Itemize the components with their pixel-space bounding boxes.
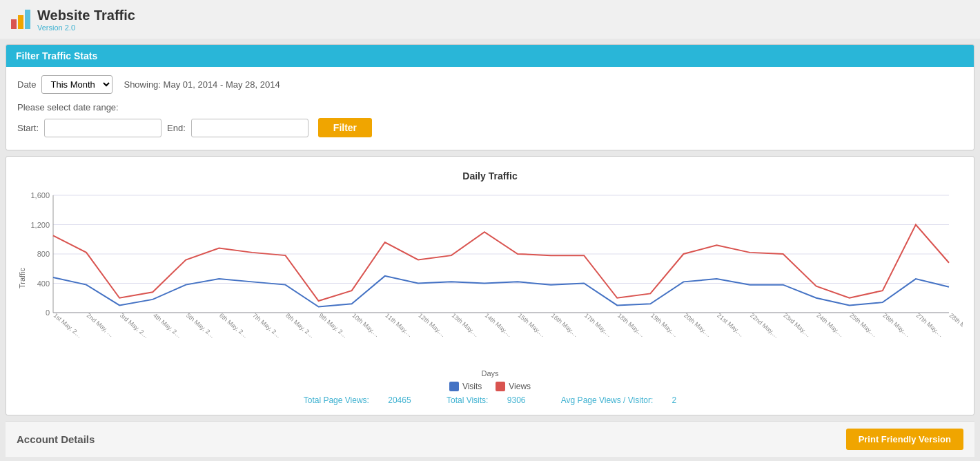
legend-visits-dot — [449, 382, 459, 391]
legend-views-dot — [496, 382, 505, 391]
app-title: Website Traffic — [37, 7, 135, 23]
avg-page-views-stat: Avg Page Views / Visitor: 2 — [553, 395, 685, 405]
filter-row2: Start: End: Filter — [17, 118, 963, 137]
svg-text:11th May,…: 11th May,… — [384, 312, 413, 338]
account-details-label: Account Details — [17, 433, 95, 445]
end-label: End: — [167, 123, 186, 133]
svg-text:4th May, 2…: 4th May, 2… — [152, 312, 183, 340]
svg-text:18th May,…: 18th May,… — [616, 312, 646, 338]
app-version: Version 2.0 — [37, 23, 135, 32]
total-visits-stat: Total Visits: 9306 — [438, 395, 536, 405]
svg-text:1st May, 2…: 1st May, 2… — [52, 312, 84, 340]
chart-legend: Visits Views — [17, 382, 963, 391]
svg-text:16th May,…: 16th May,… — [550, 312, 580, 338]
svg-text:15th May,…: 15th May,… — [517, 312, 547, 338]
svg-text:5th May, 2…: 5th May, 2… — [185, 312, 216, 340]
svg-text:14th May,…: 14th May,… — [484, 312, 513, 338]
app-header: Website Traffic Version 2.0 — [0, 0, 980, 39]
svg-rect-2 — [25, 10, 30, 29]
svg-text:800: 800 — [37, 250, 50, 258]
svg-text:13th May,…: 13th May,… — [451, 312, 480, 338]
filter-row1: Date This Month Last Month This Year Cus… — [17, 75, 963, 94]
svg-text:22nd May,…: 22nd May,… — [749, 312, 780, 340]
app-logo-icon — [11, 10, 30, 29]
filter-section: Filter Traffic Stats Date This Month Las… — [6, 44, 974, 150]
svg-text:17th May,…: 17th May,… — [583, 312, 613, 338]
svg-text:400: 400 — [37, 279, 50, 288]
date-select[interactable]: This Month Last Month This Year Custom — [41, 75, 112, 94]
svg-text:12th May,…: 12th May,… — [418, 312, 447, 338]
svg-text:8th May, 2…: 8th May, 2… — [284, 312, 315, 340]
print-button[interactable]: Print Friendly Version — [846, 429, 963, 450]
svg-rect-1 — [18, 15, 23, 29]
svg-rect-0 — [11, 19, 17, 29]
date-label: Date — [17, 79, 36, 90]
legend-views-label: Views — [509, 382, 531, 391]
filter-header: Filter Traffic Stats — [6, 45, 974, 67]
chart-stats: Total Page Views: 20465 Total Visits: 93… — [17, 395, 963, 405]
svg-text:3rd May, 2…: 3rd May, 2… — [119, 312, 150, 340]
svg-text:25th May,…: 25th May,… — [848, 312, 878, 338]
svg-text:6th May, 2…: 6th May, 2… — [218, 312, 249, 340]
start-label: Start: — [17, 123, 39, 133]
svg-text:21st May,…: 21st May,… — [716, 312, 745, 338]
svg-text:27th May,…: 27th May,… — [915, 312, 945, 338]
chart-container: Traffic 04008001,2001,6001st May, 2…2nd … — [17, 188, 963, 368]
date-range-label: Please select date range: — [17, 102, 963, 112]
svg-text:23rd May,…: 23rd May,… — [782, 312, 812, 339]
svg-text:7th May, 2…: 7th May, 2… — [251, 312, 282, 340]
svg-text:2nd May, …: 2nd May, … — [86, 312, 115, 338]
svg-text:20th May,…: 20th May,… — [683, 312, 712, 338]
total-page-views-stat: Total Page Views: 20465 — [295, 395, 422, 405]
chart-svg: 04008001,2001,6001st May, 2…2nd May, …3r… — [17, 188, 963, 368]
app-title-group: Website Traffic Version 2.0 — [37, 7, 135, 32]
legend-views: Views — [496, 382, 531, 391]
svg-text:1,200: 1,200 — [30, 221, 50, 229]
svg-text:9th May, 2…: 9th May, 2… — [317, 312, 349, 340]
x-axis-label: Days — [17, 369, 963, 377]
footer-bar: Account Details Print Friendly Version — [6, 421, 974, 457]
legend-visits: Visits — [449, 382, 482, 391]
svg-text:26th May,…: 26th May,… — [882, 312, 912, 338]
svg-text:24th May,…: 24th May,… — [815, 312, 845, 338]
filter-button[interactable]: Filter — [318, 118, 372, 137]
end-input[interactable] — [191, 119, 308, 137]
chart-section: Daily Traffic Traffic 04008001,2001,6001… — [6, 156, 974, 415]
start-input[interactable] — [44, 119, 161, 137]
showing-text: Showing: May 01, 2014 - May 28, 2014 — [124, 79, 280, 90]
filter-body: Date This Month Last Month This Year Cus… — [6, 67, 974, 150]
legend-visits-label: Visits — [462, 382, 482, 391]
y-axis-label: Traffic — [18, 268, 26, 288]
chart-title: Daily Traffic — [17, 170, 963, 182]
svg-text:10th May,…: 10th May,… — [351, 312, 380, 338]
svg-text:1,600: 1,600 — [30, 191, 50, 199]
svg-text:28th May,…: 28th May,… — [948, 312, 963, 338]
svg-text:19th May,…: 19th May,… — [649, 312, 679, 338]
svg-text:0: 0 — [46, 308, 50, 317]
